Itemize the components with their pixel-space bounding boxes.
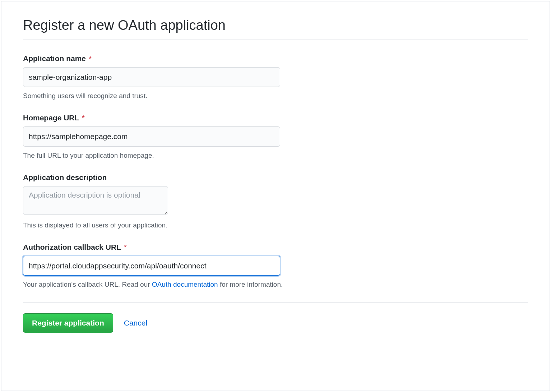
cancel-link[interactable]: Cancel	[124, 319, 147, 327]
field-homepage-url: Homepage URL * The full URL to your appl…	[23, 114, 528, 159]
label-callback-url: Authorization callback URL *	[23, 243, 528, 252]
input-callback-url[interactable]	[23, 256, 280, 276]
label-homepage-url: Homepage URL *	[23, 114, 528, 122]
form-actions: Register application Cancel	[23, 302, 528, 333]
field-application-name: Application name * Something users will …	[23, 54, 528, 100]
required-star-icon: *	[89, 54, 92, 63]
hint-text-suffix: for more information.	[218, 281, 283, 288]
page-title: Register a new OAuth application	[23, 18, 528, 40]
label-text: Authorization callback URL	[23, 243, 121, 251]
hint-application-description: This is displayed to all users of your a…	[23, 221, 528, 229]
label-application-name: Application name *	[23, 54, 528, 63]
label-text: Application description	[23, 173, 107, 181]
form-container: Register a new OAuth application Applica…	[1, 1, 550, 391]
hint-text-prefix: Your application's callback URL. Read ou…	[23, 281, 152, 288]
required-star-icon: *	[82, 114, 85, 122]
textarea-application-description[interactable]	[23, 186, 168, 215]
label-text: Application name	[23, 54, 86, 63]
input-application-name[interactable]	[23, 67, 280, 87]
input-homepage-url[interactable]	[23, 126, 280, 146]
field-callback-url: Authorization callback URL * Your applic…	[23, 243, 528, 289]
required-star-icon: *	[124, 243, 127, 251]
hint-application-name: Something users will recognize and trust…	[23, 92, 528, 100]
label-text: Homepage URL	[23, 114, 79, 122]
field-application-description: Application description This is displaye…	[23, 173, 528, 229]
oauth-documentation-link[interactable]: OAuth documentation	[152, 281, 218, 288]
hint-homepage-url: The full URL to your application homepag…	[23, 152, 528, 160]
hint-callback-url: Your application's callback URL. Read ou…	[23, 281, 528, 289]
register-application-button[interactable]: Register application	[23, 313, 113, 333]
label-application-description: Application description	[23, 173, 528, 182]
